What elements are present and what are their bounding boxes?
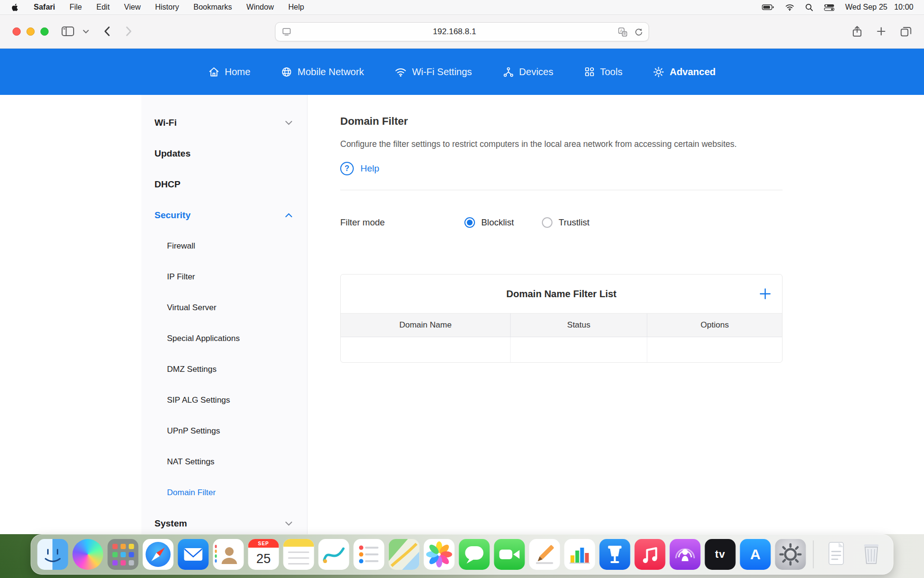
dock-icon-calendar[interactable]: SEP 25 [248, 539, 279, 570]
sidebar-item-virtual-server[interactable]: Virtual Server [141, 292, 307, 323]
filter-mode-label: Filter mode [340, 217, 464, 228]
menu-history[interactable]: History [155, 3, 179, 12]
sidebar-item-label: Special Applications [167, 334, 240, 343]
nav-item-tools[interactable]: Tools [584, 66, 623, 78]
chevron-down-icon [285, 120, 293, 125]
url-text[interactable]: 192.168.8.1 [291, 27, 618, 37]
chevron-down-icon[interactable] [83, 29, 89, 34]
sidebar-item-label: Updates [154, 148, 191, 159]
dock-icon-app-store[interactable]: A [740, 539, 771, 570]
sidebar-item-dmz-settings[interactable]: DMZ Settings [141, 354, 307, 385]
close-window-button[interactable] [13, 27, 21, 36]
radio-blocklist[interactable]: Blocklist [464, 217, 514, 228]
tv-logo-text: tv [715, 548, 726, 561]
sidebar-item-special-applications[interactable]: Special Applications [141, 323, 307, 354]
radio-trustlist[interactable]: Trustlist [542, 217, 590, 228]
help-link[interactable]: ? Help [340, 162, 403, 175]
help-icon: ? [340, 162, 354, 175]
menu-file[interactable]: File [69, 3, 82, 12]
new-tab-icon[interactable] [876, 26, 886, 36]
nav-item-advanced[interactable]: Advanced [653, 66, 716, 78]
nav-item-wifi-settings[interactable]: Wi-Fi Settings [395, 66, 472, 78]
forward-icon[interactable] [126, 26, 132, 37]
dock-icon-photos[interactable] [424, 539, 455, 570]
wifi-icon [395, 67, 407, 77]
dock-icon-facetime[interactable] [494, 539, 525, 570]
add-domain-button[interactable] [759, 288, 771, 300]
dock-icon-reminders[interactable] [354, 539, 385, 570]
sidebar-item-firewall[interactable]: Firewall [141, 231, 307, 262]
home-icon [208, 66, 219, 78]
minimize-window-button[interactable] [26, 27, 35, 36]
tabs-overview-icon[interactable] [900, 26, 911, 37]
dock-icon-mail[interactable] [178, 539, 209, 570]
sidebar-item-label: Domain Filter [167, 488, 216, 498]
dock-icon-trash[interactable] [856, 539, 887, 570]
menu-bookmarks[interactable]: Bookmarks [193, 3, 232, 12]
dock-icon-music[interactable] [635, 539, 666, 570]
menu-edit[interactable]: Edit [96, 3, 110, 12]
dock-icon-siri[interactable] [73, 539, 103, 570]
sidebar-item-updates[interactable]: Updates [141, 138, 307, 169]
sidebar-item-nat-settings[interactable]: NAT Settings [141, 447, 307, 477]
search-icon[interactable] [805, 3, 813, 12]
sidebar-item-upnp-settings[interactable]: UPnP Settings [141, 416, 307, 447]
sidebar-item-label: Security [154, 210, 191, 221]
dock-icon-apple-tv[interactable]: tv [705, 539, 736, 570]
menu-view[interactable]: View [124, 3, 141, 12]
screen: Safari File Edit View History Bookmarks … [0, 0, 924, 578]
dock-icon-document[interactable] [821, 539, 852, 570]
sidebar-item-ip-filter[interactable]: IP Filter [141, 262, 307, 292]
sidebar-item-system[interactable]: System [141, 508, 307, 534]
sidebar-item-label: DHCP [154, 179, 180, 190]
sidebar-item-sip-alg-settings[interactable]: SIP ALG Settings [141, 385, 307, 416]
nav-label: Tools [600, 66, 623, 78]
battery-icon[interactable] [762, 3, 774, 11]
dock-icon-podcasts[interactable] [670, 539, 701, 570]
radio-unselected-icon[interactable] [542, 217, 552, 228]
section-divider [340, 190, 783, 190]
back-icon[interactable] [103, 26, 110, 37]
dock-icon-safari[interactable] [143, 539, 174, 570]
sidebar-item-label: Wi-Fi [154, 118, 177, 128]
sidebar-item-label: DMZ Settings [167, 365, 217, 374]
sidebar-item-dhcp[interactable]: DHCP [141, 169, 307, 200]
wifi-icon[interactable] [785, 3, 795, 11]
control-center-icon[interactable] [824, 4, 834, 11]
page-icon[interactable] [282, 28, 291, 36]
nav-label: Mobile Network [297, 66, 364, 78]
dock-icon-messages[interactable] [459, 539, 490, 570]
address-bar[interactable]: 192.168.8.1 A [275, 22, 649, 41]
card-title: Domain Name Filter List [506, 289, 616, 300]
nav-item-devices[interactable]: Devices [503, 66, 553, 78]
menu-help[interactable]: Help [288, 3, 304, 12]
translate-icon[interactable]: A [618, 27, 628, 37]
dock-icon-keynote[interactable] [600, 539, 630, 570]
dock-icon-pages[interactable] [529, 539, 560, 570]
sidebar-item-security[interactable]: Security [141, 200, 307, 231]
router-top-nav: Home Mobile Network Wi-Fi Settings Devic… [0, 49, 924, 95]
reload-icon[interactable] [634, 27, 643, 37]
sidebar-toggle-icon[interactable] [62, 26, 74, 37]
menu-window[interactable]: Window [246, 3, 274, 12]
radio-selected-icon[interactable] [464, 217, 475, 228]
sidebar-item-domain-filter[interactable]: Domain Filter [141, 477, 307, 508]
settings-sidebar: Wi-Fi Updates DHCP Security Firewall IP … [141, 95, 308, 534]
dock-icon-launchpad[interactable] [108, 539, 139, 570]
menubar-app-name[interactable]: Safari [34, 3, 55, 12]
dock-icon-system-settings[interactable] [775, 539, 806, 570]
share-icon[interactable] [852, 26, 862, 38]
sidebar-item-wifi[interactable]: Wi-Fi [141, 107, 307, 138]
nav-item-mobile-network[interactable]: Mobile Network [281, 66, 364, 78]
dock-icon-freeform[interactable] [319, 539, 349, 570]
menubar-clock[interactable]: Wed Sep 25 10:00 [845, 3, 913, 12]
dock-icon-notes[interactable] [283, 539, 314, 570]
nav-item-home[interactable]: Home [208, 66, 250, 78]
apple-logo-icon[interactable] [12, 3, 19, 12]
radio-label: Trustlist [559, 217, 590, 228]
dock-icon-numbers[interactable] [565, 539, 595, 570]
dock-icon-maps[interactable] [389, 539, 420, 570]
zoom-window-button[interactable] [40, 27, 49, 36]
dock-icon-finder[interactable] [38, 539, 68, 570]
dock-icon-contacts[interactable] [213, 539, 244, 570]
